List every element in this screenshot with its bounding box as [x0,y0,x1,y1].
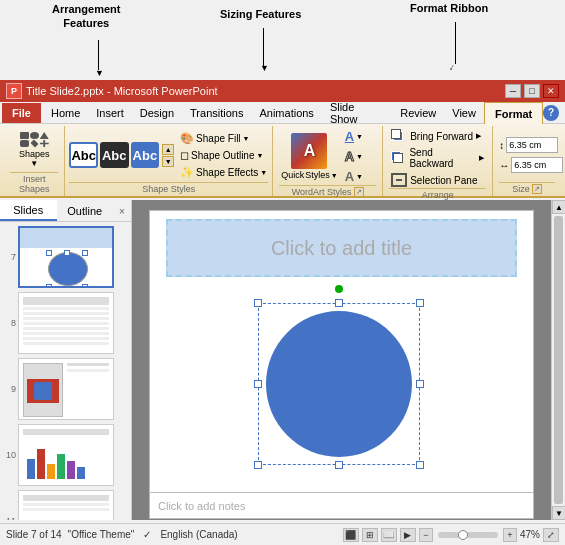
normal-view-button[interactable]: ⬛ [343,528,359,542]
shape-selection-container[interactable] [258,303,420,465]
file-menu-button[interactable]: File [2,103,41,123]
bring-forward-label: Bring Forward [410,131,473,142]
shape-outline-button[interactable]: ◻ Shape Outline ▼ [178,148,269,163]
wordart-styles-label: WordArt Styles ↗ [279,185,376,197]
statusbar: Slide 7 of 14 "Office Theme" ✓ English (… [0,523,565,545]
titlebar: P Title Slide2.pptx - Microsoft PowerPoi… [0,80,565,102]
spell-check-icon[interactable]: ✓ [140,528,154,542]
shape-style-swatch-2[interactable]: Abc [100,142,129,168]
quick-styles-label: Quick [281,170,304,180]
zoom-decrease-button[interactable]: − [419,528,433,542]
zoom-level: 47% [520,529,540,540]
shape-style-swatch-3[interactable]: Abc [131,142,160,168]
shape-styles-scroll-down[interactable]: ▼ [162,156,174,167]
zoom-increase-button[interactable]: + [503,528,517,542]
slide-item-11[interactable]: 11 [2,490,129,520]
notes-area[interactable]: Click to add notes [149,493,534,519]
menu-animations[interactable]: Animations [251,103,321,123]
reading-view-button[interactable]: 📖 [381,528,397,542]
wordart-outline-button[interactable]: A ▼ [343,148,365,165]
shape-outline-label: Shape Outline [191,150,254,161]
size-expand-icon[interactable]: ↗ [532,184,542,194]
handle-mr[interactable] [416,380,424,388]
arrangement-annotation: Arrangement Features [52,2,120,31]
wordart-expand-icon[interactable]: ↗ [354,187,364,197]
restore-button[interactable]: □ [524,84,540,98]
outline-tab[interactable]: Outline [57,200,114,221]
arrange-group: Bring Forward ▶ Send Backward ▶ Selectio… [383,126,493,196]
shapes-button[interactable]: Shapes ▼ [17,130,52,170]
slide-sorter-button[interactable]: ⊞ [362,528,378,542]
handle-bl[interactable] [254,461,262,469]
shape-fill-button[interactable]: 🎨 Shape Fill ▼ [178,131,269,146]
insert-shapes-group: Shapes ▼ Insert Shapes [4,126,65,196]
slide-item-10[interactable]: 10 [2,424,129,486]
fit-button[interactable]: ⤢ [543,528,559,542]
help-button[interactable]: ? [543,105,559,121]
handle-tr[interactable] [416,299,424,307]
size-group: ↕ ↔ Size ↗ [493,126,561,196]
wordart-styles-group: A Quick Styles ▼ A ▼ A [273,126,383,196]
handle-tm[interactable] [335,299,343,307]
panel-close-button[interactable]: × [113,200,131,222]
handle-bm[interactable] [335,461,343,469]
oval-shape[interactable] [266,311,412,457]
slide-title-placeholder[interactable]: Click to add title [166,219,517,277]
wordart-effects-button[interactable]: A ▼ [343,168,365,185]
scroll-down-button[interactable]: ▼ [552,506,565,520]
selection-pane-button[interactable]: Selection Pane [389,172,486,188]
slideshow-button[interactable]: ▶ [400,528,416,542]
slide-area-wrapper: Click to add title [132,200,565,520]
handle-tl[interactable] [254,299,262,307]
slide-area[interactable]: Click to add title [132,200,551,520]
handle-ml[interactable] [254,380,262,388]
titlebar-left: P Title Slide2.pptx - Microsoft PowerPoi… [6,83,218,99]
theme-info: "Office Theme" [68,529,135,540]
close-button[interactable]: ✕ [543,84,559,98]
menu-view[interactable]: View [444,103,484,123]
shape-styles-group: Abc Abc Abc ▲ ▼ 🎨 Shape Fill ▼ ◻ [65,126,273,196]
slide-canvas[interactable]: Click to add title [149,210,534,493]
menu-review[interactable]: Review [392,103,444,123]
sizing-annotation: Sizing Features [220,8,301,20]
slide-panel-tabs: Slides Outline × [0,200,131,222]
slide-item-9[interactable]: 9 [2,358,129,420]
shape-effects-label: Shape Effects [196,167,258,178]
scroll-thumb[interactable] [554,216,563,504]
quick-styles-button[interactable]: A Quick Styles ▼ [279,131,339,182]
ribbon: Shapes ▼ Insert Shapes Abc Abc Abc ▲ ▼ [0,124,565,198]
window-title: Title Slide2.pptx - Microsoft PowerPoint [26,85,218,97]
slide-list: 7 8 [0,222,131,520]
menubar: File Home Insert Design Transitions Anim… [0,102,565,124]
selection-pane-label: Selection Pane [410,175,477,186]
rotate-handle[interactable] [335,285,343,293]
size-label: Size ↗ [499,182,555,194]
shape-styles-scroll-up[interactable]: ▲ [162,144,174,155]
quick-styles-label2: Styles [305,170,330,180]
shape-style-swatch-1[interactable]: Abc [69,142,98,168]
slide-item-8[interactable]: 8 [2,292,129,354]
menu-home[interactable]: Home [43,103,88,123]
handle-br[interactable] [416,461,424,469]
vertical-scrollbar: ▲ ▼ [551,200,565,520]
menu-insert[interactable]: Insert [88,103,132,123]
send-backward-button[interactable]: Send Backward ▶ [389,146,486,170]
shape-effects-button[interactable]: ✨ Shape Effects ▼ [178,165,269,180]
slide-item-7[interactable]: 7 [2,226,129,288]
bring-forward-button[interactable]: Bring Forward ▶ [389,128,486,144]
height-input[interactable] [506,137,558,153]
wordart-fill-button[interactable]: A ▼ [343,128,365,145]
menu-transitions[interactable]: Transitions [182,103,251,123]
language-info: English (Canada) [160,529,237,540]
slide-title-text: Click to add title [271,237,412,260]
titlebar-controls: ─ □ ✕ [505,84,559,98]
menu-format[interactable]: Format [484,102,543,124]
slides-tab[interactable]: Slides [0,200,57,221]
menu-slideshow[interactable]: Slide Show [322,103,392,123]
menu-design[interactable]: Design [132,103,182,123]
width-input[interactable] [511,157,563,173]
minimize-button[interactable]: ─ [505,84,521,98]
scroll-up-button[interactable]: ▲ [552,200,565,214]
zoom-slider[interactable] [438,532,498,538]
shape-fill-label: Shape Fill [196,133,240,144]
